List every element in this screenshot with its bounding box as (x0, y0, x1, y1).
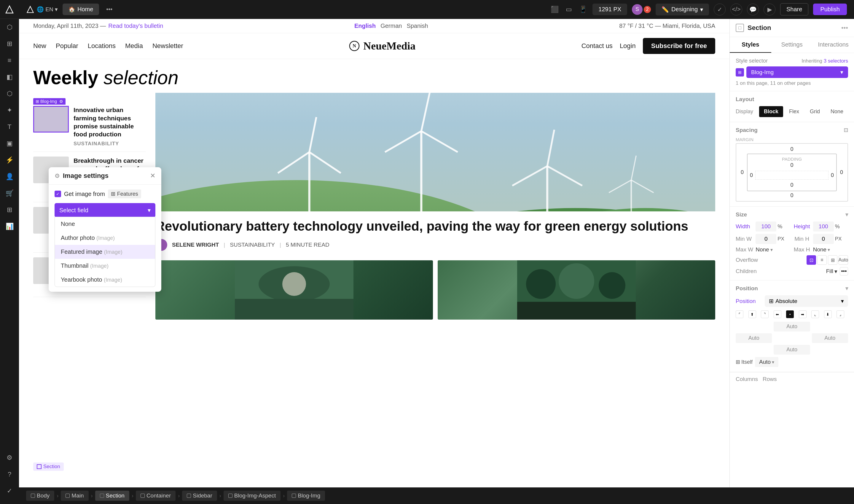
pos-ml[interactable]: ⬅ (773, 310, 781, 318)
tool-add[interactable]: ⊞ (0, 36, 19, 52)
nav-new[interactable]: New (33, 42, 46, 50)
lang-german[interactable]: German (380, 22, 402, 29)
code-btn[interactable]: </> (730, 3, 742, 15)
tool-typography[interactable]: T (0, 119, 19, 135)
itself-value-select[interactable]: Auto ▾ (755, 357, 778, 367)
overflow-scroll-icon[interactable]: ≡ (817, 255, 827, 265)
lang-spanish[interactable]: Spanish (407, 22, 428, 29)
padding-right-val[interactable]: 0 (831, 172, 834, 179)
breadcrumb-sidebar[interactable]: Sidebar (182, 491, 217, 501)
pos-tm[interactable]: ⬆ (748, 310, 756, 318)
desktop-view-btn[interactable]: ⬛ (549, 4, 561, 15)
width-input[interactable] (755, 221, 776, 232)
breadcrumb-container[interactable]: Container (136, 491, 176, 501)
read-bulletin-link[interactable]: Read today's bulletin (108, 22, 163, 29)
display-grid[interactable]: Grid (805, 106, 825, 117)
pos-mc[interactable]: • (786, 310, 794, 318)
get-image-checkbox[interactable]: ✓ (55, 191, 61, 197)
padding-top-val[interactable]: 0 (750, 162, 834, 168)
breadcrumb-blog-img-aspect[interactable]: Blog-Img-Aspect (224, 491, 281, 501)
features-badge[interactable]: ⊞ Features (108, 190, 141, 198)
lang-label[interactable]: 🌐 EN ▾ (37, 6, 58, 13)
tool-people[interactable]: 👤 (0, 168, 19, 185)
nav-locations[interactable]: Locations (88, 42, 115, 50)
margin-top-val[interactable]: 0 (739, 146, 845, 152)
tool-paint[interactable]: ✦ (0, 102, 19, 119)
tool-settings[interactable]: ⚙ (0, 449, 19, 466)
tool-components[interactable]: ◧ (0, 69, 19, 85)
margin-bottom-val[interactable]: 0 (739, 193, 845, 199)
pos-bm[interactable]: ⬇ (824, 310, 832, 318)
nav-popular[interactable]: Popular (56, 42, 78, 50)
tool-help[interactable]: ? (0, 466, 19, 483)
position-collapse[interactable]: ▾ (846, 285, 848, 292)
article-thumb-1[interactable] (33, 106, 69, 132)
overflow-auto-icon[interactable]: Auto (839, 255, 848, 265)
share-button[interactable]: Share (780, 3, 808, 15)
pos-tl[interactable]: ⌜ (736, 310, 743, 318)
comment-btn[interactable]: 💬 (747, 3, 759, 15)
blog-img-settings-icon[interactable]: ⚙ (59, 99, 63, 104)
size-collapse[interactable]: ▾ (846, 211, 848, 218)
pos-bottom-auto[interactable]: Auto (773, 345, 810, 355)
nav-contact[interactable]: Contact us (582, 42, 612, 50)
tool-media[interactable]: ▣ (0, 135, 19, 152)
field-select-dropdown[interactable]: Select field ▾ (55, 203, 155, 217)
tab-styles[interactable]: Styles (730, 37, 771, 53)
preview-btn[interactable]: ▶ (764, 3, 776, 15)
tab-settings[interactable]: Settings (771, 37, 813, 53)
nav-newsletter[interactable]: Newsletter (153, 42, 183, 50)
tool-apps[interactable]: ⊞ (0, 202, 19, 218)
min-h-input[interactable] (813, 234, 834, 244)
children-more-btn[interactable]: ••• (840, 267, 848, 275)
padding-bottom-val[interactable]: 0 (750, 182, 834, 188)
display-flex[interactable]: Flex (784, 106, 804, 117)
tab-home[interactable]: 🏠 Home (63, 3, 99, 15)
dropdown-item-thumbnail[interactable]: Thumbnail (Image) (55, 259, 155, 273)
tool-cart[interactable]: 🛒 (0, 185, 19, 202)
min-w-input[interactable] (755, 234, 776, 244)
position-type-select[interactable]: ⊞ Absolute ▾ (765, 295, 848, 307)
pos-top-auto[interactable]: Auto (773, 322, 810, 331)
pos-left-auto[interactable]: Auto (736, 333, 772, 343)
breadcrumb-section[interactable]: Section (95, 491, 129, 501)
breadcrumb-body[interactable]: Body (26, 491, 54, 501)
tool-interaction[interactable]: ⚡ (0, 152, 19, 168)
tool-chart[interactable]: 📊 (0, 218, 19, 235)
publish-button[interactable]: Publish (813, 3, 847, 15)
nav-media[interactable]: Media (125, 42, 143, 50)
tablet-view-btn[interactable]: ▭ (564, 4, 574, 15)
blog-img-selector[interactable]: Blog-Img ▾ (746, 67, 848, 78)
dropdown-item-author[interactable]: Author photo (Image) (55, 231, 155, 245)
tool-pointer[interactable]: ⬡ (0, 19, 19, 36)
tool-check[interactable]: ✓ (0, 483, 19, 499)
height-input[interactable] (813, 221, 834, 232)
padding-left-val[interactable]: 0 (750, 172, 753, 179)
pos-tr[interactable]: ⌝ (761, 310, 769, 318)
breadcrumb-blog-img[interactable]: Blog-Img (287, 491, 325, 501)
margin-right-val[interactable]: 0 (838, 169, 845, 176)
margin-left-val[interactable]: 0 (739, 169, 746, 176)
mode-selector[interactable]: ✏️ Designing ▾ (656, 3, 709, 15)
viewport-size[interactable]: 1291 PX (592, 3, 627, 15)
overflow-visible-icon[interactable]: ⊞ (828, 255, 837, 265)
tool-layers[interactable]: ≡ (0, 52, 19, 69)
tabs-more-btn[interactable]: ••• (104, 5, 115, 14)
popup-close-button[interactable]: ✕ (150, 172, 155, 180)
mobile-view-btn[interactable]: 📱 (577, 4, 589, 15)
nav-login[interactable]: Login (620, 42, 636, 50)
tab-interactions[interactable]: Interactions (813, 37, 854, 53)
pos-br[interactable]: ⌟ (836, 310, 844, 318)
subscribe-button[interactable]: Subscribe for free (643, 38, 715, 54)
checkmark-btn[interactable]: ✓ (714, 3, 726, 15)
display-block[interactable]: Block (759, 106, 783, 117)
dropdown-item-none[interactable]: None (55, 217, 155, 231)
pos-mr[interactable]: ➡ (799, 310, 806, 318)
children-select[interactable]: Fill ▾ (826, 268, 837, 275)
spacing-collapse[interactable]: ⊡ (843, 127, 848, 133)
dropdown-item-yearbook[interactable]: Yearbook photo (Image) (55, 273, 155, 287)
pos-right-auto[interactable]: Auto (812, 333, 848, 343)
display-none[interactable]: None (826, 106, 848, 117)
panel-more-btn[interactable]: ••• (841, 24, 848, 32)
pos-bl[interactable]: ⌞ (811, 310, 819, 318)
